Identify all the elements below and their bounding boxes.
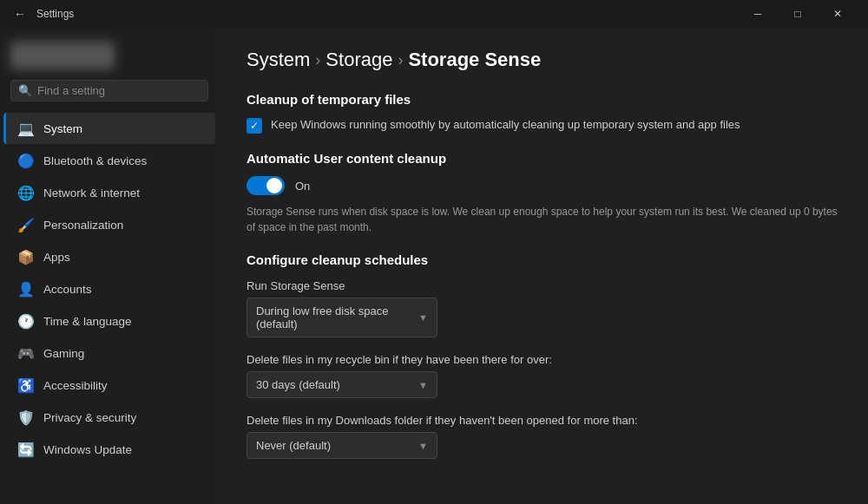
breadcrumb-current: Storage Sense xyxy=(408,49,541,71)
sidebar-item-apps[interactable]: 📦 Apps xyxy=(3,241,215,272)
nav-icon-time: 🕐 xyxy=(17,312,35,330)
nav-icon-update: 🔄 xyxy=(17,441,35,458)
maximize-button[interactable]: □ xyxy=(778,0,818,28)
cleanup-checkbox-label: Keep Windows running smoothly by automat… xyxy=(271,117,740,133)
dropdown-value-0: During low free disk space (default) xyxy=(256,304,418,331)
dropdown-wrapper-2: Delete files in my Downloads folder if t… xyxy=(247,414,840,459)
nav-icon-apps: 📦 xyxy=(17,248,35,265)
content-area: System › Storage › Storage Sense Cleanup… xyxy=(219,28,868,504)
nav-icon-privacy: 🛡️ xyxy=(17,409,35,426)
dropdown-arrow-1: ▼ xyxy=(418,380,428,390)
nav-icon-accessibility: ♿ xyxy=(17,376,35,394)
toggle-row: On xyxy=(247,176,840,195)
nav-icon-bluetooth: 🔵 xyxy=(17,152,35,169)
cleanup-section-title: Cleanup of temporary files xyxy=(247,92,840,107)
field-label-1: Delete files in my recycle bin if they h… xyxy=(247,353,840,366)
breadcrumb-sep1: › xyxy=(315,51,320,69)
cleanup-checkbox[interactable] xyxy=(247,118,262,134)
nav-label-time: Time & language xyxy=(43,315,132,328)
dropdown-2[interactable]: Never (default) ▼ xyxy=(247,432,437,459)
titlebar-title: Settings xyxy=(36,8,74,20)
search-input[interactable] xyxy=(37,84,201,97)
nav-icon-personalization: 🖌️ xyxy=(17,216,35,233)
dropdown-arrow-2: ▼ xyxy=(418,441,428,451)
nav-label-update: Windows Update xyxy=(43,443,132,456)
nav-label-accounts: Accounts xyxy=(43,283,92,296)
breadcrumb-storage: Storage xyxy=(326,49,392,71)
breadcrumb-system: System xyxy=(247,49,310,71)
breadcrumb-sep2: › xyxy=(398,51,403,69)
toggle-thumb xyxy=(266,178,282,193)
nav-icon-gaming: 🎮 xyxy=(17,344,35,362)
nav-label-system: System xyxy=(43,122,82,135)
cleanup-checkbox-row: Keep Windows running smoothly by automat… xyxy=(247,117,840,134)
minimize-button[interactable]: ─ xyxy=(738,0,778,28)
automatic-description: Storage Sense runs when disk space is lo… xyxy=(247,204,840,235)
dropdown-value-2: Never (default) xyxy=(256,439,331,452)
sidebar-item-network[interactable]: 🌐 Network & internet xyxy=(3,177,215,208)
nav-label-gaming: Gaming xyxy=(43,347,84,360)
sidebar-item-system[interactable]: 💻 System xyxy=(3,113,215,144)
nav-list: 💻 System🔵 Bluetooth & devices🌐 Network &… xyxy=(0,112,219,466)
sidebar-item-bluetooth[interactable]: 🔵 Bluetooth & devices xyxy=(3,145,215,176)
titlebar: ← Settings ─ □ ✕ xyxy=(0,0,868,28)
nav-icon-accounts: 👤 xyxy=(17,280,35,298)
close-button[interactable]: ✕ xyxy=(818,0,858,28)
titlebar-controls: ─ □ ✕ xyxy=(738,0,858,28)
storage-sense-toggle[interactable] xyxy=(247,176,285,195)
nav-icon-system: 💻 xyxy=(17,120,35,137)
sidebar-item-accessibility[interactable]: ♿ Accessibility xyxy=(3,370,215,401)
dropdown-arrow-0: ▼ xyxy=(418,312,428,323)
automatic-section-title: Automatic User content cleanup xyxy=(247,151,840,166)
sidebar-item-time[interactable]: 🕐 Time & language xyxy=(3,305,215,337)
nav-label-personalization: Personalization xyxy=(43,219,123,232)
dropdown-0[interactable]: During low free disk space (default) ▼ xyxy=(247,298,437,337)
configure-fields: Run Storage Sense During low free disk s… xyxy=(247,279,840,459)
sidebar: 🔍 💻 System🔵 Bluetooth & devices🌐 Network… xyxy=(0,28,219,504)
breadcrumb: System › Storage › Storage Sense xyxy=(247,49,840,71)
avatar xyxy=(10,42,115,69)
nav-label-bluetooth: Bluetooth & devices xyxy=(43,154,147,167)
app-body: 🔍 💻 System🔵 Bluetooth & devices🌐 Network… xyxy=(0,28,868,504)
back-button[interactable]: ← xyxy=(10,3,30,24)
titlebar-left: ← Settings xyxy=(10,3,74,24)
sidebar-item-gaming[interactable]: 🎮 Gaming xyxy=(3,337,215,369)
search-container[interactable]: 🔍 xyxy=(10,80,208,101)
nav-label-privacy: Privacy & security xyxy=(43,411,136,424)
dropdown-value-1: 30 days (default) xyxy=(256,378,340,391)
nav-label-network: Network & internet xyxy=(43,187,140,200)
dropdown-wrapper-0: Run Storage Sense During low free disk s… xyxy=(247,279,840,337)
nav-label-accessibility: Accessibility xyxy=(43,379,108,392)
search-icon: 🔍 xyxy=(18,84,32,97)
toggle-label: On xyxy=(295,180,310,193)
nav-label-apps: Apps xyxy=(43,251,70,264)
field-label-2: Delete files in my Downloads folder if t… xyxy=(247,414,840,427)
nav-icon-network: 🌐 xyxy=(17,184,35,201)
sidebar-item-privacy[interactable]: 🛡️ Privacy & security xyxy=(3,402,215,433)
sidebar-item-personalization[interactable]: 🖌️ Personalization xyxy=(3,209,215,240)
dropdown-wrapper-1: Delete files in my recycle bin if they h… xyxy=(247,353,840,398)
sidebar-item-accounts[interactable]: 👤 Accounts xyxy=(3,273,215,304)
dropdown-1[interactable]: 30 days (default) ▼ xyxy=(247,371,437,398)
configure-section-title: Configure cleanup schedules xyxy=(247,252,840,267)
field-label-0: Run Storage Sense xyxy=(247,279,840,292)
sidebar-item-update[interactable]: 🔄 Windows Update xyxy=(3,434,215,465)
